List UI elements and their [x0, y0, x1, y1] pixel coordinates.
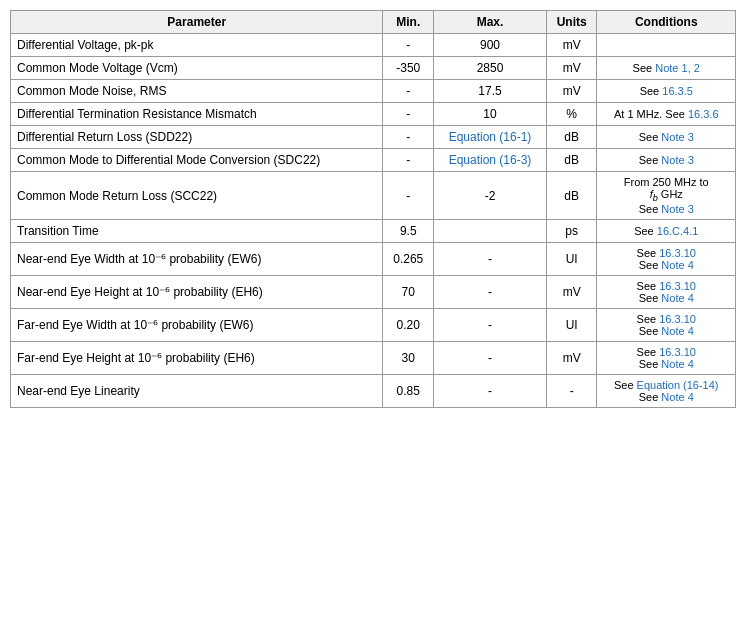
cell-min: 30	[383, 342, 434, 375]
cell-min: -350	[383, 57, 434, 80]
cell-min: -	[383, 103, 434, 126]
cell-units: UI	[546, 243, 597, 276]
cell-units: ps	[546, 220, 597, 243]
conditions-link[interactable]: Note 4	[661, 259, 693, 271]
conditions-link[interactable]: 16.3.10	[659, 313, 696, 325]
cell-parameter: Differential Return Loss (SDD22)	[11, 126, 383, 149]
cell-min: 0.20	[383, 309, 434, 342]
cell-max: Equation (16-3)	[434, 149, 547, 172]
cell-max: 2850	[434, 57, 547, 80]
cell-parameter: Far-end Eye Width at 10⁻⁶ probability (E…	[11, 309, 383, 342]
cell-min: -	[383, 34, 434, 57]
cell-parameter: Common Mode Noise, RMS	[11, 80, 383, 103]
cell-conditions: At 1 MHz. See 16.3.6	[597, 103, 736, 126]
max-link[interactable]: Equation (16-1)	[449, 130, 532, 144]
conditions-link[interactable]: Note 1, 2	[655, 62, 700, 74]
cell-conditions: See 16.C.4.1	[597, 220, 736, 243]
cell-conditions: See Note 1, 2	[597, 57, 736, 80]
table-row: Near-end Eye Linearity0.85--See Equation…	[11, 375, 736, 408]
table-row: Common Mode to Differential Mode Convers…	[11, 149, 736, 172]
spec-table: Parameter Min. Max. Units Conditions Dif…	[10, 10, 736, 408]
conditions-link[interactable]: 16.3.10	[659, 346, 696, 358]
cell-parameter: Far-end Eye Height at 10⁻⁶ probability (…	[11, 342, 383, 375]
header-units: Units	[546, 11, 597, 34]
cell-units: %	[546, 103, 597, 126]
table-row: Differential Termination Resistance Mism…	[11, 103, 736, 126]
cell-min: 70	[383, 276, 434, 309]
table-row: Near-end Eye Width at 10⁻⁶ probability (…	[11, 243, 736, 276]
cell-min: -	[383, 149, 434, 172]
conditions-link[interactable]: Note 4	[661, 391, 693, 403]
cell-conditions: See 16.3.10See Note 4	[597, 276, 736, 309]
cell-min: -	[383, 80, 434, 103]
table-row: Near-end Eye Height at 10⁻⁶ probability …	[11, 276, 736, 309]
cell-units: mV	[546, 57, 597, 80]
header-min: Min.	[383, 11, 434, 34]
cell-max: -	[434, 375, 547, 408]
cell-max: -	[434, 342, 547, 375]
cell-conditions: See Note 3	[597, 149, 736, 172]
conditions-link[interactable]: 16.3.10	[659, 247, 696, 259]
table-row: Differential Voltage, pk-pk-900mV	[11, 34, 736, 57]
conditions-link[interactable]: Note 3	[661, 203, 693, 215]
cell-max	[434, 220, 547, 243]
cell-parameter: Differential Voltage, pk-pk	[11, 34, 383, 57]
header-max: Max.	[434, 11, 547, 34]
cell-max: -	[434, 276, 547, 309]
cell-parameter: Near-end Eye Height at 10⁻⁶ probability …	[11, 276, 383, 309]
cell-conditions: See 16.3.5	[597, 80, 736, 103]
cell-units: dB	[546, 172, 597, 220]
cell-units: mV	[546, 80, 597, 103]
cell-max: 900	[434, 34, 547, 57]
cell-parameter: Common Mode to Differential Mode Convers…	[11, 149, 383, 172]
cell-conditions	[597, 34, 736, 57]
cell-parameter: Near-end Eye Width at 10⁻⁶ probability (…	[11, 243, 383, 276]
cell-max: Equation (16-1)	[434, 126, 547, 149]
conditions-link[interactable]: 16.C.4.1	[657, 225, 699, 237]
cell-min: 9.5	[383, 220, 434, 243]
table-row: Far-end Eye Width at 10⁻⁶ probability (E…	[11, 309, 736, 342]
conditions-link[interactable]: Note 3	[661, 131, 693, 143]
table-row: Far-end Eye Height at 10⁻⁶ probability (…	[11, 342, 736, 375]
cell-units: -	[546, 375, 597, 408]
cell-min: -	[383, 172, 434, 220]
conditions-link[interactable]: 16.3.10	[659, 280, 696, 292]
cell-max: -	[434, 243, 547, 276]
cell-units: mV	[546, 34, 597, 57]
conditions-link[interactable]: Note 4	[661, 325, 693, 337]
cell-units: mV	[546, 342, 597, 375]
cell-units: mV	[546, 276, 597, 309]
cell-parameter: Transition Time	[11, 220, 383, 243]
table-row: Common Mode Voltage (Vcm)-3502850mVSee N…	[11, 57, 736, 80]
cell-max: -	[434, 309, 547, 342]
conditions-link[interactable]: 16.3.6	[688, 108, 719, 120]
conditions-link[interactable]: Note 4	[661, 292, 693, 304]
conditions-link[interactable]: 16.3.5	[662, 85, 693, 97]
table-header-row: Parameter Min. Max. Units Conditions	[11, 11, 736, 34]
conditions-link[interactable]: Note 4	[661, 358, 693, 370]
cell-max: -2	[434, 172, 547, 220]
cell-parameter: Near-end Eye Linearity	[11, 375, 383, 408]
cell-min: -	[383, 126, 434, 149]
spec-table-container: Parameter Min. Max. Units Conditions Dif…	[10, 10, 736, 408]
cell-parameter: Common Mode Voltage (Vcm)	[11, 57, 383, 80]
cell-units: UI	[546, 309, 597, 342]
header-conditions: Conditions	[597, 11, 736, 34]
table-row: Common Mode Noise, RMS-17.5mVSee 16.3.5	[11, 80, 736, 103]
cell-units: dB	[546, 126, 597, 149]
conditions-link[interactable]: Note 3	[661, 154, 693, 166]
cell-min: 0.85	[383, 375, 434, 408]
cell-conditions: See Equation (16-14)See Note 4	[597, 375, 736, 408]
header-parameter: Parameter	[11, 11, 383, 34]
table-row: Transition Time9.5psSee 16.C.4.1	[11, 220, 736, 243]
cell-max: 10	[434, 103, 547, 126]
table-row: Common Mode Return Loss (SCC22)--2dBFrom…	[11, 172, 736, 220]
cell-max: 17.5	[434, 80, 547, 103]
cell-parameter: Differential Termination Resistance Mism…	[11, 103, 383, 126]
cell-units: dB	[546, 149, 597, 172]
cell-conditions: See Note 3	[597, 126, 736, 149]
max-link[interactable]: Equation (16-3)	[449, 153, 532, 167]
table-row: Differential Return Loss (SDD22)-Equatio…	[11, 126, 736, 149]
cell-min: 0.265	[383, 243, 434, 276]
conditions-link[interactable]: Equation (16-14)	[637, 379, 719, 391]
